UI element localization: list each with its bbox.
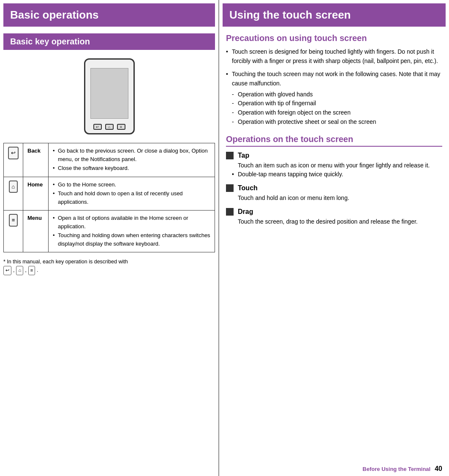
left-main-title: Basic operations <box>3 3 215 27</box>
operations-title-text: Operations on the touch screen <box>226 134 353 144</box>
back-desc-cell: Go back to the previous screen. Or close… <box>49 143 215 177</box>
precautions-list: Touch screen is designed for being touch… <box>226 47 442 127</box>
phone-diagram: ↩ ⌂ ≡ <box>84 58 135 134</box>
footnote-text: * In this manual, each key operation is … <box>3 259 128 265</box>
home-button-icon: ⌂ <box>105 124 114 130</box>
precaution-1-text: Touch screen is designed for being touch… <box>232 48 438 64</box>
footnote-comma2: , <box>25 266 26 275</box>
back-button-icon: ↩ <box>93 124 102 130</box>
section-title: Basic key operation <box>3 33 215 50</box>
left-column: Basic operations Basic key operation ↩ ⌂… <box>0 0 219 476</box>
list-item: Touching the touch screen may not work i… <box>226 70 442 126</box>
drag-title: Drag <box>238 208 253 216</box>
list-item: Go back to the previous screen. Or close… <box>53 147 210 163</box>
list-item: Operation with foreign object on the scr… <box>232 108 442 118</box>
list-item: Touch and hold down to open a list of re… <box>53 189 210 206</box>
list-item: Operation with protective sheet or seal … <box>232 118 442 127</box>
home-icon-cell: ⌂ <box>4 177 23 211</box>
key-operations-table: ↩ Back Go back to the previous screen. O… <box>3 143 215 252</box>
table-row: ⌂ Home Go to the Home screen. Touch and … <box>4 177 215 211</box>
page-footer: Before Using the Terminal 40 <box>219 462 449 476</box>
list-item: Go to the Home screen. <box>53 181 210 189</box>
drag-square-icon <box>226 208 234 216</box>
home-key-icon: ⌂ <box>9 181 18 193</box>
footer-text: Before Using the Terminal <box>362 466 430 472</box>
menu-button-icon: ≡ <box>117 124 125 130</box>
home-desc-cell: Go to the Home screen. Touch and hold do… <box>49 177 215 211</box>
precautions-title-text: Precautions on using touch screen <box>226 33 367 43</box>
touch-description: Touch and hold an icon or menu item long… <box>226 194 442 203</box>
footnote-period: . <box>37 266 38 275</box>
menu-name-cell: Menu <box>23 211 49 252</box>
right-title-text: Using the touch screen <box>229 8 351 21</box>
page-number: 40 <box>435 465 442 473</box>
menu-desc-cell: Open a list of options available in the … <box>49 211 215 252</box>
precautions-title: Precautions on using touch screen <box>226 33 442 43</box>
section-title-text: Basic key operation <box>10 37 90 46</box>
footnote-menu-icon: ≡ <box>28 266 35 275</box>
tap-square-icon <box>226 152 234 159</box>
right-content: Precautions on using touch screen Touch … <box>219 27 449 462</box>
home-name-cell: Home <box>23 177 49 211</box>
tap-operation: Tap Touch an item such as icon or menu w… <box>226 152 442 179</box>
tap-header: Tap <box>226 152 442 159</box>
home-bullet-list: Go to the Home screen. Touch and hold do… <box>53 181 210 206</box>
phone-screen <box>90 68 128 119</box>
right-main-title: Using the touch screen <box>223 3 446 27</box>
menu-key-icon: ≡ <box>9 214 18 227</box>
touch-operation: Touch Touch and hold an icon or menu ite… <box>226 184 442 203</box>
drag-header: Drag <box>226 208 442 216</box>
table-row: ↩ Back Go back to the previous screen. O… <box>4 143 215 177</box>
tap-bullet: Double-tap means tapping twice quickly. <box>226 170 442 179</box>
menu-key-name: Menu <box>27 215 42 221</box>
list-item: Close the software keyboard. <box>53 164 210 172</box>
back-key-name: Back <box>27 148 41 154</box>
touch-title: Touch <box>238 184 258 192</box>
touch-header: Touch <box>226 184 442 192</box>
drag-description: Touch the screen, drag to the desired po… <box>226 217 442 227</box>
left-title-text: Basic operations <box>10 8 99 21</box>
back-name-cell: Back <box>23 143 49 177</box>
phone-buttons: ↩ ⌂ ≡ <box>93 124 125 130</box>
list-item: Operation with tip of fingernail <box>232 99 442 108</box>
table-row: ≡ Menu Open a list of options available … <box>4 211 215 252</box>
drag-operation: Drag Touch the screen, drag to the desir… <box>226 208 442 227</box>
list-item: Touch screen is designed for being touch… <box>226 47 442 66</box>
right-column: Using the touch screen Precautions on us… <box>219 0 449 476</box>
menu-bullet-list: Open a list of options available in the … <box>53 214 210 248</box>
tap-description: Touch an item such as icon or menu with … <box>226 161 442 170</box>
tap-title: Tap <box>238 152 249 159</box>
footnote: * In this manual, each key operation is … <box>3 257 215 275</box>
footnote-home-icon: ⌂ <box>16 266 23 275</box>
precaution-2-text: Touching the touch screen may not work i… <box>232 71 440 87</box>
precaution-sub-list: Operation with gloved hands Operation wi… <box>232 90 442 127</box>
home-key-name: Home <box>27 181 43 188</box>
footnote-comma1: , <box>13 266 14 275</box>
key-diagram-area: ↩ ⌂ ≡ <box>0 50 218 143</box>
touch-square-icon <box>226 184 234 192</box>
operations-title: Operations on the touch screen <box>226 134 442 147</box>
footnote-back-icon: ↩ <box>3 266 11 275</box>
footnote-icons: ↩ , ⌂ , ≡ . <box>3 266 38 275</box>
list-item: Touching and holding down when entering … <box>53 231 210 248</box>
back-icon-cell: ↩ <box>4 143 23 177</box>
back-bullet-list: Go back to the previous screen. Or close… <box>53 147 210 172</box>
menu-icon-cell: ≡ <box>4 211 23 252</box>
back-key-icon: ↩ <box>8 147 19 159</box>
list-item: Open a list of options available in the … <box>53 214 210 230</box>
list-item: Operation with gloved hands <box>232 90 442 99</box>
